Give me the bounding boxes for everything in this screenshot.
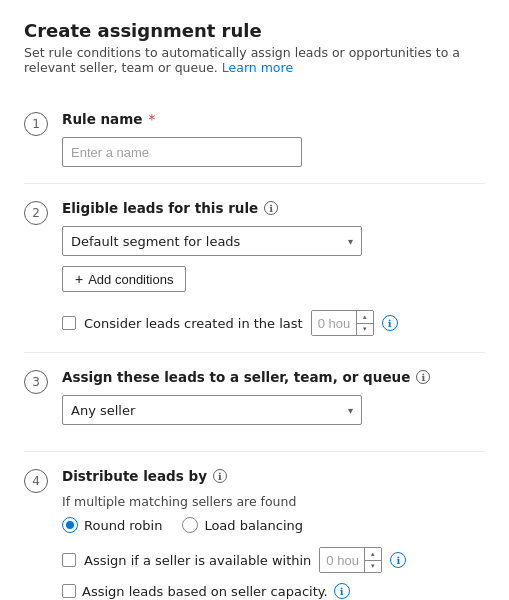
assign-available-row: Assign if a seller is available within ▴… bbox=[62, 547, 485, 573]
section-content-3: Assign these leads to a seller, team, or… bbox=[62, 369, 485, 435]
eligible-leads-info-icon: ℹ bbox=[264, 201, 278, 215]
learn-more-link[interactable]: Learn more bbox=[222, 60, 293, 75]
section-label-4: Distribute leads by ℹ bbox=[62, 468, 485, 484]
rule-name-input[interactable] bbox=[62, 137, 302, 167]
hours-increment[interactable]: ▴ bbox=[357, 311, 373, 323]
step-number-1: 1 bbox=[24, 112, 48, 136]
section-eligible-leads: 2 Eligible leads for this rule ℹ Default… bbox=[24, 184, 485, 353]
section-content-4: Distribute leads by ℹ If multiple matchi… bbox=[62, 468, 485, 599]
page-title: Create assignment rule bbox=[24, 20, 485, 41]
assign-capacity-label: Assign leads based on seller capacity. bbox=[82, 584, 328, 599]
assign-dropdown-chevron: ▾ bbox=[348, 405, 353, 416]
step-number-2: 2 bbox=[24, 201, 48, 225]
step-number-3: 3 bbox=[24, 370, 48, 394]
segment-dropdown[interactable]: Default segment for leads ▾ bbox=[62, 226, 362, 256]
assign-dropdown[interactable]: Any seller ▾ bbox=[62, 395, 362, 425]
section-rule-name: 1 Rule name * bbox=[24, 95, 485, 184]
assign-capacity-checkbox[interactable] bbox=[62, 584, 76, 598]
plus-icon: + bbox=[75, 271, 83, 287]
assign-available-text: Assign if a seller is available within bbox=[84, 553, 311, 568]
page-subtitle: Set rule conditions to automatically ass… bbox=[24, 45, 485, 75]
assign-info-icon: ℹ bbox=[416, 370, 430, 384]
round-robin-label: Round robin bbox=[84, 518, 162, 533]
load-balancing-radio[interactable] bbox=[182, 517, 198, 533]
consider-leads-text: Consider leads created in the last bbox=[84, 316, 303, 331]
load-balancing-option[interactable]: Load balancing bbox=[182, 517, 303, 533]
add-conditions-button[interactable]: + Add conditions bbox=[62, 266, 186, 292]
section-assign: 3 Assign these leads to a seller, team, … bbox=[24, 353, 485, 452]
spinner-buttons: ▴ ▾ bbox=[356, 311, 373, 335]
available-info-icon: ℹ bbox=[390, 552, 406, 568]
add-conditions-label: Add conditions bbox=[88, 272, 173, 287]
section-content-1: Rule name * bbox=[62, 111, 485, 167]
round-robin-radio[interactable] bbox=[62, 517, 78, 533]
section-distribute: 4 Distribute leads by ℹ If multiple matc… bbox=[24, 452, 485, 600]
available-hours-decrement[interactable]: ▾ bbox=[365, 560, 381, 573]
distribute-info-icon: ℹ bbox=[213, 469, 227, 483]
hours-spinner[interactable]: ▴ ▾ bbox=[311, 310, 374, 336]
consider-leads-row: Consider leads created in the last ▴ ▾ ℹ bbox=[62, 310, 485, 336]
assign-capacity-row: Assign leads based on seller capacity. ℹ bbox=[62, 583, 485, 599]
distribute-subtitle: If multiple matching sellers are found bbox=[62, 494, 485, 509]
section-label-3: Assign these leads to a seller, team, or… bbox=[62, 369, 485, 385]
segment-dropdown-value: Default segment for leads bbox=[71, 234, 240, 249]
available-hours-increment[interactable]: ▴ bbox=[365, 548, 381, 560]
section-label-2: Eligible leads for this rule ℹ bbox=[62, 200, 485, 216]
consider-leads-info-icon: ℹ bbox=[382, 315, 398, 331]
section-label-1: Rule name * bbox=[62, 111, 485, 127]
step-number-4: 4 bbox=[24, 469, 48, 493]
hours-input[interactable] bbox=[312, 311, 356, 335]
distribute-radio-group: Round robin Load balancing bbox=[62, 517, 485, 533]
round-robin-option[interactable]: Round robin bbox=[62, 517, 162, 533]
consider-leads-checkbox[interactable] bbox=[62, 316, 76, 330]
hours-decrement[interactable]: ▾ bbox=[357, 323, 373, 336]
available-spinner-buttons: ▴ ▾ bbox=[364, 548, 381, 572]
assign-dropdown-value: Any seller bbox=[71, 403, 135, 418]
section-content-2: Eligible leads for this rule ℹ Default s… bbox=[62, 200, 485, 336]
required-asterisk: * bbox=[148, 111, 155, 127]
segment-dropdown-chevron: ▾ bbox=[348, 236, 353, 247]
capacity-info-icon: ℹ bbox=[334, 583, 350, 599]
assign-available-checkbox[interactable] bbox=[62, 553, 76, 567]
load-balancing-label: Load balancing bbox=[204, 518, 303, 533]
round-robin-radio-inner bbox=[66, 521, 74, 529]
available-hours-spinner[interactable]: ▴ ▾ bbox=[319, 547, 382, 573]
available-hours-input[interactable] bbox=[320, 548, 364, 572]
